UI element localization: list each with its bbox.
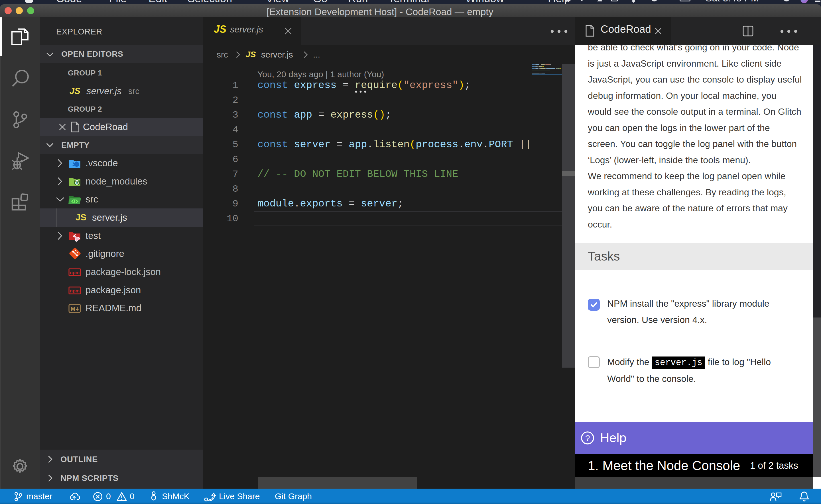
svg-text:npm: npm xyxy=(70,270,79,275)
svg-text:?: ? xyxy=(585,433,590,443)
svg-text:M: M xyxy=(71,306,75,312)
svg-text:JS: JS xyxy=(74,181,79,185)
svg-text:npm: npm xyxy=(70,288,79,293)
